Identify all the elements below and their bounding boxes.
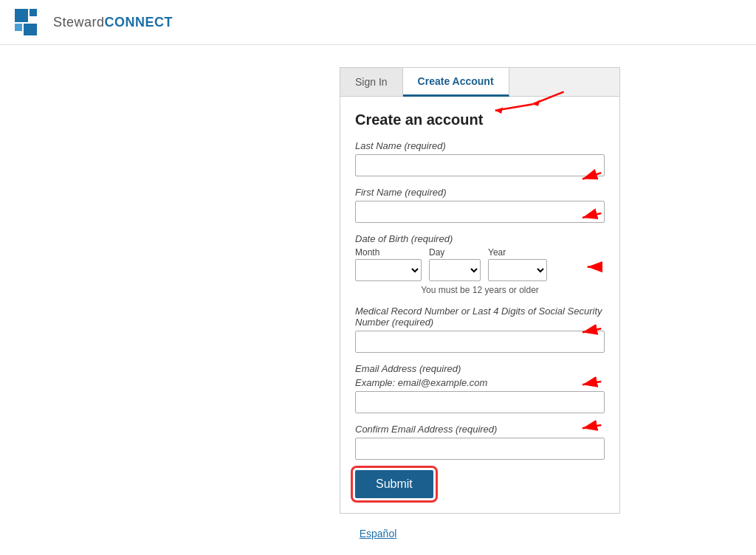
submit-button[interactable]: Submit	[355, 470, 433, 498]
confirm-email-group: Confirm Email Address (required)	[355, 424, 605, 460]
tab-create-account[interactable]: Create Account	[403, 68, 509, 97]
last-name-input[interactable]	[355, 154, 605, 176]
language-link-container: Español	[0, 527, 756, 540]
email-group: Email Address (required) Example: email@…	[355, 363, 605, 413]
main-content: Sign In Create Account Create an account…	[0, 45, 756, 514]
last-name-label: Last Name (required)	[355, 140, 605, 151]
tab-sign-in[interactable]: Sign In	[340, 68, 403, 96]
submit-container: Submit	[355, 470, 605, 498]
dob-row: Month JanuaryFebruaryMarchAprilMayJuneJu…	[355, 247, 605, 281]
card: Sign In Create Account Create an account…	[340, 67, 620, 514]
email-example: Example: email@example.com	[355, 377, 605, 388]
logo-connect: CONNECT	[105, 15, 173, 30]
form-area: Create an account Last Name (required) F…	[340, 97, 619, 513]
email-label: Email Address (required)	[355, 363, 605, 374]
dob-month-select[interactable]: JanuaryFebruaryMarchAprilMayJuneJulyAugu…	[355, 259, 422, 281]
logo-steward: Steward	[53, 15, 105, 30]
dob-day-select[interactable]: 1234567891011121314151617181920212223242…	[429, 259, 481, 281]
header: StewardCONNECT	[0, 0, 756, 45]
dob-day-label: Day	[429, 247, 481, 258]
svg-rect-1	[30, 9, 37, 16]
first-name-label: First Name (required)	[355, 187, 605, 198]
logo-icon	[15, 9, 47, 35]
spanish-link[interactable]: Español	[360, 528, 397, 540]
tabs: Sign In Create Account	[340, 68, 619, 97]
dob-month-col: Month JanuaryFebruaryMarchAprilMayJuneJu…	[355, 247, 422, 281]
logo-text: StewardCONNECT	[53, 15, 173, 30]
dob-year-col: Year 20102009200820072006200520042003200…	[488, 247, 547, 281]
dob-label: Date of Birth (required)	[355, 233, 605, 244]
form-title: Create an account	[355, 111, 605, 128]
svg-rect-0	[15, 9, 28, 22]
dob-day-col: Day 123456789101112131415161718192021222…	[429, 247, 481, 281]
email-input[interactable]	[355, 391, 605, 413]
svg-rect-3	[24, 24, 37, 35]
logo: StewardCONNECT	[15, 9, 173, 35]
mrn-label: Medical Record Number or Last 4 Digits o…	[355, 306, 605, 328]
dob-group: Date of Birth (required) Month JanuaryFe…	[355, 233, 605, 295]
svg-rect-2	[15, 24, 22, 31]
last-name-group: Last Name (required)	[355, 140, 605, 176]
confirm-email-label: Confirm Email Address (required)	[355, 424, 605, 435]
dob-year-label: Year	[488, 247, 547, 258]
first-name-group: First Name (required)	[355, 187, 605, 223]
confirm-email-input[interactable]	[355, 438, 605, 460]
dob-month-label: Month	[355, 247, 422, 258]
mrn-group: Medical Record Number or Last 4 Digits o…	[355, 306, 605, 353]
mrn-input[interactable]	[355, 331, 605, 353]
age-notice: You must be 12 years or older	[355, 285, 605, 295]
first-name-input[interactable]	[355, 201, 605, 223]
dob-year-select[interactable]: 2010200920082007200620052004200320022001…	[488, 259, 547, 281]
